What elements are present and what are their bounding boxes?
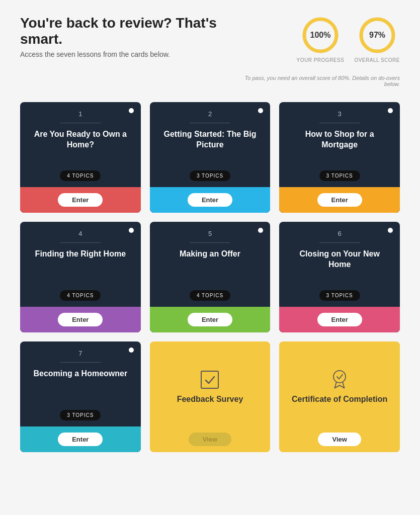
lesson-number-5: 5 <box>208 230 212 237</box>
lesson-card-7[interactable]: 7 Becoming a Homeowner 3 TOPICS Enter <box>20 341 141 452</box>
feedback-survey-footer: View <box>150 426 271 452</box>
topics-badge-3: 3 TOPICS <box>319 170 360 181</box>
lesson-number-7: 7 <box>78 350 82 357</box>
svg-text:97%: 97% <box>369 31 385 39</box>
lesson-card-body-7: 7 Becoming a Homeowner 3 TOPICS <box>20 341 141 426</box>
score-donut: 97% <box>357 15 397 55</box>
enter-button-6[interactable]: Enter <box>317 313 362 326</box>
lesson-card-body-3: 3 How to Shop for a Mortgage 3 TOPICS <box>279 102 400 187</box>
certificate-card[interactable]: Certificate of Completion View <box>279 341 400 452</box>
lesson-number-2: 2 <box>208 110 212 118</box>
lesson-title-6: Closing on Your New Home <box>287 249 392 270</box>
lesson-divider-5 <box>190 242 230 243</box>
svg-point-7 <box>333 371 346 383</box>
enter-button-7[interactable]: Enter <box>58 433 103 446</box>
certificate-footer: View <box>279 426 400 452</box>
lesson-footer-3: Enter <box>279 187 400 213</box>
lesson-title-5: Making an Offer <box>180 249 240 260</box>
lesson-dot-2 <box>258 108 263 113</box>
topics-badge-4: 4 TOPICS <box>60 290 101 301</box>
lesson-title-3: How to Shop for a Mortgage <box>287 129 392 150</box>
certificate-icon <box>327 367 352 394</box>
lesson-title-4: Finding the Right Home <box>35 249 126 260</box>
page-subtitle: Access the seven lessons from the cards … <box>20 50 242 58</box>
pass-note: To pass, you need an overall score of 80… <box>242 75 400 87</box>
lesson-title-1: Are You Ready to Own a Home? <box>28 129 133 150</box>
lesson-dot-5 <box>258 228 263 233</box>
lesson-footer-1: Enter <box>20 187 141 213</box>
lesson-dot-7 <box>129 348 134 353</box>
lesson-number-4: 4 <box>78 230 82 237</box>
lesson-footer-5: Enter <box>150 307 271 332</box>
lesson-divider-1 <box>60 123 101 123</box>
progress-donut: 100% <box>300 15 341 55</box>
lesson-card-body-5: 5 Making an Offer 4 TOPICS <box>150 222 271 307</box>
feedback-survey-button[interactable]: View <box>189 433 231 446</box>
topics-badge-2: 3 TOPICS <box>190 170 230 181</box>
feedback-survey-body: Feedback Survey <box>150 341 271 426</box>
enter-button-5[interactable]: Enter <box>188 313 232 326</box>
your-progress-label: YOUR PROGRESS <box>297 57 345 63</box>
lesson-dot-3 <box>388 108 393 113</box>
lesson-divider-4 <box>60 242 101 243</box>
cards-grid: 1 Are You Ready to Own a Home? 4 TOPICS … <box>20 102 400 452</box>
lesson-title-2: Getting Started: The Big Picture <box>158 129 263 150</box>
svg-text:100%: 100% <box>310 31 330 39</box>
lesson-footer-7: Enter <box>20 426 141 452</box>
lesson-number-6: 6 <box>338 230 342 237</box>
lesson-divider-6 <box>319 242 360 243</box>
lesson-number-3: 3 <box>338 110 342 118</box>
lesson-dot-6 <box>388 228 393 233</box>
progress-section: 100% YOUR PROGRESS 97% OVERALL SCORE To … <box>242 15 400 87</box>
svg-rect-6 <box>201 371 218 388</box>
lesson-title-7: Becoming a Homeowner <box>33 369 127 379</box>
lesson-card-body-1: 1 Are You Ready to Own a Home? 4 TOPICS <box>20 102 141 187</box>
overall-score-circle: 97% OVERALL SCORE <box>354 15 400 63</box>
circles-row: 100% YOUR PROGRESS 97% OVERALL SCORE <box>297 15 400 63</box>
certificate-view-button[interactable]: View <box>318 433 361 446</box>
certificate-title: Certificate of Completion <box>292 394 387 405</box>
feedback-survey-title: Feedback Survey <box>177 394 243 405</box>
lesson-card-4[interactable]: 4 Finding the Right Home 4 TOPICS Enter <box>20 222 141 332</box>
enter-button-4[interactable]: Enter <box>58 313 103 326</box>
lesson-card-5[interactable]: 5 Making an Offer 4 TOPICS Enter <box>150 222 271 332</box>
lesson-card-2[interactable]: 2 Getting Started: The Big Picture 3 TOP… <box>150 102 271 213</box>
lesson-footer-6: Enter <box>279 307 400 332</box>
topics-badge-7: 3 TOPICS <box>60 410 101 420</box>
lesson-card-1[interactable]: 1 Are You Ready to Own a Home? 4 TOPICS … <box>20 102 141 213</box>
lesson-divider-7 <box>60 362 101 363</box>
topics-badge-6: 3 TOPICS <box>319 290 360 301</box>
lesson-divider-2 <box>190 123 230 123</box>
lesson-dot-1 <box>129 108 134 113</box>
certificate-body: Certificate of Completion <box>279 341 400 426</box>
enter-button-3[interactable]: Enter <box>317 193 362 207</box>
lesson-card-body-4: 4 Finding the Right Home 4 TOPICS <box>20 222 141 307</box>
topics-badge-1: 4 TOPICS <box>60 170 101 181</box>
enter-button-1[interactable]: Enter <box>58 193 103 207</box>
lesson-dot-4 <box>129 228 134 233</box>
lesson-number-1: 1 <box>78 110 82 118</box>
header-text-block: You're back to review? That's smart. Acc… <box>20 15 242 58</box>
lesson-card-3[interactable]: 3 How to Shop for a Mortgage 3 TOPICS En… <box>279 102 400 213</box>
feedback-survey-card[interactable]: Feedback Survey View <box>150 341 271 452</box>
page-header: You're back to review? That's smart. Acc… <box>20 15 400 87</box>
your-progress-circle: 100% YOUR PROGRESS <box>297 15 345 63</box>
lesson-footer-2: Enter <box>150 187 271 213</box>
lesson-card-6[interactable]: 6 Closing on Your New Home 3 TOPICS Ente… <box>279 222 400 332</box>
lesson-card-body-6: 6 Closing on Your New Home 3 TOPICS <box>279 222 400 307</box>
lesson-card-body-2: 2 Getting Started: The Big Picture 3 TOP… <box>150 102 271 187</box>
lesson-divider-3 <box>319 123 360 123</box>
topics-badge-5: 4 TOPICS <box>190 290 230 301</box>
overall-score-label: OVERALL SCORE <box>354 57 400 63</box>
enter-button-2[interactable]: Enter <box>188 193 232 207</box>
survey-icon <box>197 367 222 394</box>
lesson-footer-4: Enter <box>20 307 141 332</box>
page-title: You're back to review? That's smart. <box>20 15 242 47</box>
